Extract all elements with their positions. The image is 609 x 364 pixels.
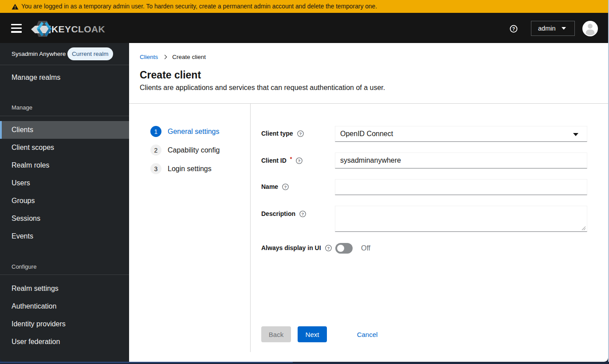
svg-text:?: ? (512, 26, 515, 31)
svg-text:?: ? (298, 158, 301, 163)
svg-text:?: ? (284, 184, 287, 189)
svg-text:KEYCLOAK: KEYCLOAK (51, 24, 105, 34)
svg-text:?: ? (302, 211, 304, 216)
svg-text:?: ? (327, 246, 330, 250)
svg-text:?: ? (299, 131, 302, 136)
